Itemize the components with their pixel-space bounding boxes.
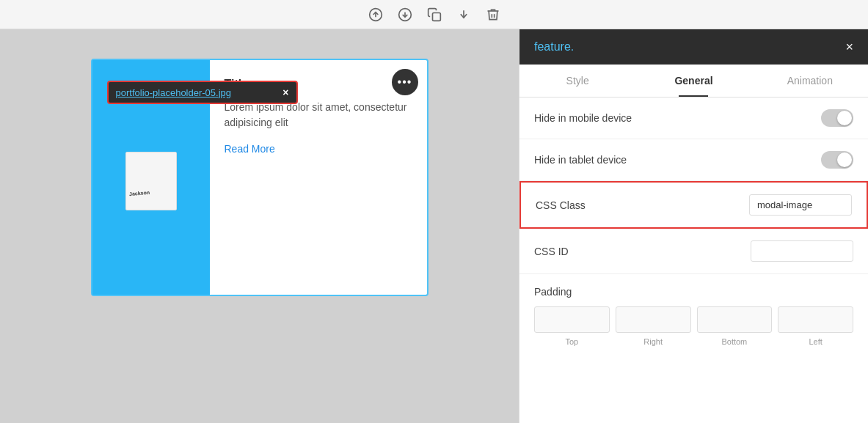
hide-mobile-toggle[interactable] bbox=[821, 109, 853, 127]
panel-header: feature. × bbox=[519, 29, 868, 65]
css-class-input[interactable] bbox=[749, 194, 852, 216]
card-description: Lorem ipsum dolor sit amet, consectetur … bbox=[225, 100, 412, 130]
right-panel: feature. × Style General Animation Hide … bbox=[519, 29, 868, 423]
padding-right-input[interactable] bbox=[616, 306, 691, 333]
tab-general[interactable]: General bbox=[635, 65, 751, 97]
main-area: portfolio-placeholder-05.jpg × ••• Jacks… bbox=[0, 29, 868, 423]
panel-close-button[interactable]: × bbox=[845, 40, 853, 55]
tooltip-close-button[interactable]: × bbox=[282, 87, 288, 98]
padding-top-field: Top bbox=[534, 306, 610, 346]
panel-title-dot: . bbox=[571, 40, 574, 53]
css-id-row: CSS ID bbox=[519, 229, 868, 274]
panel-body: Hide in mobile device Hide in tablet dev… bbox=[519, 98, 868, 423]
product-illustration: Jackson bbox=[122, 144, 180, 210]
panel-tabs: Style General Animation bbox=[519, 65, 868, 98]
css-class-row: CSS Class bbox=[519, 181, 868, 229]
css-id-input[interactable] bbox=[751, 240, 853, 262]
padding-left-label: Left bbox=[809, 337, 822, 346]
more-dots-icon: ••• bbox=[398, 76, 412, 88]
copy-icon[interactable] bbox=[426, 6, 443, 23]
widget-card: portfolio-placeholder-05.jpg × ••• Jacks… bbox=[91, 59, 428, 296]
padding-bottom-input[interactable] bbox=[697, 306, 773, 333]
padding-inputs: Top Right Bottom Left bbox=[534, 306, 853, 346]
canvas-area: portfolio-placeholder-05.jpg × ••• Jacks… bbox=[0, 29, 519, 423]
panel-title-text: feature bbox=[534, 40, 571, 53]
padding-section: Padding Top Right Bottom bbox=[519, 274, 868, 358]
svg-rect-4 bbox=[432, 12, 440, 21]
css-id-label: CSS ID bbox=[534, 246, 751, 257]
hide-mobile-label: Hide in mobile device bbox=[534, 112, 821, 124]
tooltip-filename: portfolio-placeholder-05.jpg bbox=[116, 87, 274, 98]
tab-animation[interactable]: Animation bbox=[752, 65, 868, 97]
padding-top-input[interactable] bbox=[534, 306, 610, 333]
trash-icon[interactable] bbox=[484, 6, 502, 23]
css-class-label: CSS Class bbox=[536, 199, 749, 211]
hide-tablet-row: Hide in tablet device bbox=[519, 139, 868, 181]
padding-left-input[interactable] bbox=[778, 306, 853, 333]
padding-top-label: Top bbox=[566, 337, 579, 346]
hide-tablet-toggle[interactable] bbox=[821, 151, 853, 169]
padding-label: Padding bbox=[534, 286, 853, 298]
more-options-button[interactable]: ••• bbox=[392, 69, 418, 95]
hide-mobile-row: Hide in mobile device bbox=[519, 98, 868, 139]
image-tooltip: portfolio-placeholder-05.jpg × bbox=[107, 81, 298, 104]
read-more-link[interactable]: Read More bbox=[225, 143, 275, 155]
toolbar bbox=[0, 0, 868, 29]
padding-right-label: Right bbox=[643, 337, 663, 346]
padding-right-field: Right bbox=[616, 306, 691, 346]
padding-left-field: Left bbox=[778, 306, 853, 346]
padding-bottom-label: Bottom bbox=[721, 337, 747, 346]
download-icon[interactable] bbox=[396, 6, 414, 23]
move-down-icon[interactable] bbox=[455, 6, 473, 23]
hide-tablet-label: Hide in tablet device bbox=[534, 154, 821, 166]
padding-bottom-field: Bottom bbox=[697, 306, 773, 346]
panel-title: feature. bbox=[534, 40, 574, 54]
tab-style[interactable]: Style bbox=[519, 65, 635, 97]
product-box-main bbox=[125, 152, 177, 210]
upload-icon[interactable] bbox=[367, 6, 384, 23]
